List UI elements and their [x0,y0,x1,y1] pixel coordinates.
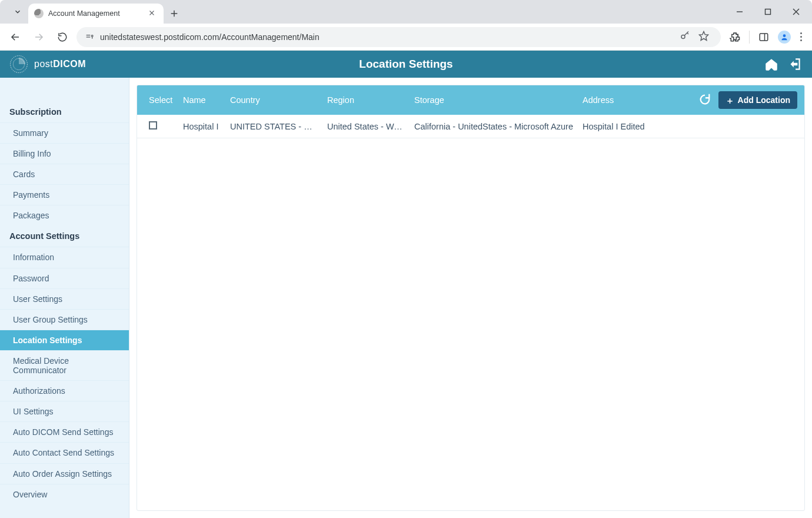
svg-point-20 [783,34,786,37]
row-checkbox[interactable] [149,121,157,130]
exit-icon[interactable] [787,57,803,72]
side-panel-button[interactable] [754,28,773,47]
locations-table: Select Name Country Region Storage Addre… [137,85,805,511]
table-row[interactable]: Hospital IUNITED STATES - WESTUnited Sta… [137,115,804,138]
favicon-icon [34,9,44,18]
cell-country: UNITED STATES - WEST [225,122,322,131]
nav-back-button[interactable] [6,28,25,47]
browser-menu-button[interactable] [796,32,806,41]
sidebar: SubscriptionSummaryBilling InfoCardsPaym… [0,78,129,518]
th-storage[interactable]: Storage [410,95,578,105]
sidebar-item-payments[interactable]: Payments [0,184,129,205]
nav-reload-button[interactable] [53,28,72,47]
main-content: Select Name Country Region Storage Addre… [129,78,812,518]
th-select[interactable]: Select [144,95,178,105]
sidebar-item-medical-device-communicator[interactable]: Medical Device Communicator [0,350,129,380]
cell-storage: California - UnitedStates - Microsoft Az… [410,122,578,131]
table-body: Hospital IUNITED STATES - WESTUnited Sta… [137,115,804,138]
sidebar-item-ui-settings[interactable]: UI Settings [0,401,129,421]
svg-line-16 [687,33,688,34]
password-key-icon[interactable] [680,31,690,43]
sidebar-item-password[interactable]: Password [0,268,129,288]
toolbar-separator [749,31,750,44]
cell-address: Hospital I Edited [578,122,797,131]
sidebar-item-information[interactable]: Information [0,247,129,267]
add-location-button[interactable]: ＋ Add Location [718,91,797,109]
svg-rect-18 [760,34,768,41]
extensions-button[interactable] [726,28,744,47]
th-country[interactable]: Country [225,95,322,105]
svg-marker-17 [700,32,708,41]
sidebar-item-summary[interactable]: Summary [0,122,129,143]
brand-logo[interactable]: postDICOM [9,55,86,74]
sidebar-item-overview[interactable]: Overview [0,484,129,504]
svg-point-14 [681,35,685,39]
app-header: postDICOM Location Settings [0,51,812,78]
tab-title: Account Management [48,9,141,18]
page-title: Location Settings [359,58,452,71]
sidebar-section-title: Account Settings [0,225,129,247]
window-minimize-button[interactable] [726,2,753,21]
cell-name: Hospital I [178,122,225,131]
th-address[interactable]: Address [578,95,698,105]
sidebar-item-billing-info[interactable]: Billing Info [0,143,129,164]
refresh-icon[interactable] [698,93,711,108]
brand-logo-icon [9,55,28,74]
nav-forward-button[interactable] [29,28,48,47]
sidebar-item-auto-dicom-send-settings[interactable]: Auto DICOM Send Settings [0,421,129,442]
tab-search-dropdown[interactable] [9,4,26,20]
sidebar-item-user-group-settings[interactable]: User Group Settings [0,309,129,330]
browser-tab-active[interactable]: Account Management [28,4,164,24]
address-bar[interactable]: unitedstateswest.postdicom.com/AccountMa… [76,27,721,47]
plus-icon: ＋ [726,96,734,105]
new-tab-button[interactable] [166,5,182,22]
add-location-label: Add Location [738,95,790,105]
cell-region: United States - West [322,122,410,131]
sidebar-item-auto-contact-send-settings[interactable]: Auto Contact Send Settings [0,442,129,463]
bookmark-star-icon[interactable] [698,31,709,43]
svg-rect-5 [766,9,771,15]
sidebar-item-cards[interactable]: Cards [0,164,129,184]
brand-text: postDICOM [34,59,86,69]
browser-toolbar: unitedstateswest.postdicom.com/AccountMa… [0,24,812,51]
sidebar-item-user-settings[interactable]: User Settings [0,288,129,309]
window-close-button[interactable] [783,2,810,21]
url-text: unitedstateswest.postdicom.com/AccountMa… [100,32,670,42]
table-header-row: Select Name Country Region Storage Addre… [137,85,804,115]
sidebar-item-authorizations[interactable]: Authorizations [0,380,129,401]
help-tour-icon[interactable] [764,57,779,72]
tab-close-button[interactable] [146,8,158,19]
site-info-icon[interactable] [85,32,94,42]
th-region[interactable]: Region [322,95,410,105]
profile-avatar-button[interactable] [778,31,791,44]
sidebar-item-packages[interactable]: Packages [0,205,129,225]
browser-tabstrip: Account Management [0,0,812,24]
window-maximize-button[interactable] [754,2,781,21]
sidebar-item-location-settings[interactable]: Location Settings [0,330,129,350]
sidebar-section-title: Subscription [0,101,129,122]
sidebar-item-auto-order-assign-settings[interactable]: Auto Order Assign Settings [0,463,129,484]
svg-point-12 [91,35,93,36]
th-name[interactable]: Name [178,95,225,105]
window-controls [726,0,810,24]
